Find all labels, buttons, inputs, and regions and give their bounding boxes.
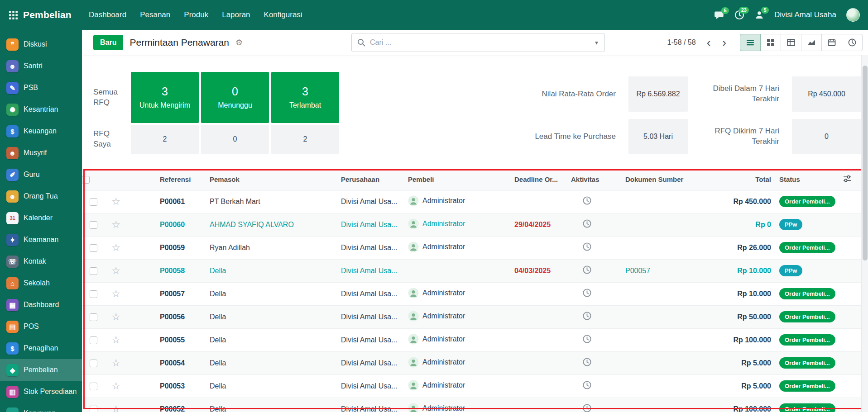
search-input[interactable]: [370, 38, 590, 47]
view-switcher-activity-button[interactable]: [842, 34, 863, 51]
source-document-cell[interactable]: [603, 351, 716, 374]
row-checkbox[interactable]: [90, 221, 97, 229]
view-switcher-list-button[interactable]: [740, 34, 761, 51]
source-document-cell[interactable]: [603, 282, 716, 305]
optional-columns-icon[interactable]: [843, 174, 852, 183]
header-status[interactable]: Status: [775, 169, 843, 190]
row-checkbox[interactable]: [90, 290, 97, 298]
top-menu-konfigurasi[interactable]: Konfigurasi: [257, 0, 309, 30]
sidebar-item-kontak[interactable]: ☏ Kontak: [0, 251, 82, 272]
messages-button[interactable]: 5: [714, 10, 724, 20]
favorite-star-icon[interactable]: ☆: [111, 357, 120, 369]
table-row[interactable]: ☆ P00052 Della Divisi Amal Usa... Admini…: [82, 398, 861, 412]
favorite-star-icon[interactable]: ☆: [111, 311, 120, 322]
sidebar-item-orang-tua[interactable]: ☻ Orang Tua: [0, 185, 82, 207]
header-reference[interactable]: Referensi: [127, 169, 205, 190]
table-row[interactable]: ☆ P00061 PT Berkah Mart Divisi Amal Usa.…: [82, 190, 861, 213]
activity-clock-icon[interactable]: [582, 403, 592, 412]
company-name[interactable]: Divisi Amal Usaha: [774, 10, 836, 19]
view-switcher-graph-button[interactable]: [801, 34, 822, 51]
header-company[interactable]: Perusahaan: [336, 169, 403, 190]
sidebar-item-diskusi[interactable]: ❞ Diskusi: [0, 33, 82, 55]
kpi-card-waiting[interactable]: 0 Menunggu: [201, 72, 269, 123]
activity-clock-icon[interactable]: [582, 265, 592, 275]
table-row[interactable]: ☆ P00055 Della Divisi Amal Usa... Admini…: [82, 328, 861, 351]
activity-clock-icon[interactable]: [582, 288, 592, 298]
pager-previous-button[interactable]: ‹: [702, 37, 715, 48]
table-row[interactable]: ☆ P00053 Della Divisi Amal Usa... Admini…: [82, 374, 861, 398]
top-menu-produk[interactable]: Produk: [177, 0, 215, 30]
view-switcher-kanban-button[interactable]: [760, 34, 781, 51]
table-row[interactable]: ☆ P00057 Della Divisi Amal Usa... Admini…: [82, 282, 861, 305]
favorite-star-icon[interactable]: ☆: [111, 288, 120, 299]
header-activity[interactable]: Aktivitas: [571, 169, 603, 190]
sidebar-item-penagihan[interactable]: $ Penagihan: [0, 337, 82, 359]
activity-clock-icon[interactable]: [582, 380, 592, 390]
requests-button[interactable]: 5: [754, 10, 764, 20]
favorite-star-icon[interactable]: ☆: [111, 219, 120, 230]
favorite-star-icon[interactable]: ☆: [111, 334, 120, 346]
favorite-star-icon[interactable]: ☆: [111, 242, 120, 253]
source-document-cell[interactable]: [603, 328, 716, 351]
vertical-scrollbar[interactable]: [861, 55, 868, 412]
sidebar-item-musyrif[interactable]: ☻ Musyrif: [0, 142, 82, 164]
row-checkbox[interactable]: [90, 313, 97, 321]
activity-clock-icon[interactable]: [582, 311, 592, 321]
sidebar-item-keuangan[interactable]: $ Keuangan: [0, 120, 82, 142]
search-dropdown-caret-icon[interactable]: ▾: [594, 37, 599, 48]
row-checkbox[interactable]: [90, 336, 97, 344]
source-document-cell[interactable]: [603, 213, 716, 236]
table-row[interactable]: ☆ P00054 Della Divisi Amal Usa... Admini…: [82, 351, 861, 374]
sidebar-item-guru[interactable]: ✐ Guru: [0, 164, 82, 185]
my-rfq-waiting[interactable]: 0: [201, 125, 269, 154]
row-checkbox[interactable]: [90, 267, 97, 275]
pager-next-button[interactable]: ›: [718, 37, 731, 48]
sidebar-item-kesantrian[interactable]: ✺ Kesantrian: [0, 99, 82, 120]
favorite-star-icon[interactable]: ☆: [111, 403, 120, 412]
sidebar-item-keamanan[interactable]: ✦ Keamanan: [0, 229, 82, 251]
sidebar-item-kalender[interactable]: 31 Kalender: [0, 207, 82, 229]
source-document-cell[interactable]: [603, 190, 716, 213]
activity-clock-icon[interactable]: [582, 357, 592, 367]
favorite-star-icon[interactable]: ☆: [111, 380, 120, 392]
activity-clock-icon[interactable]: [582, 242, 592, 251]
header-total[interactable]: Total: [716, 169, 775, 190]
row-checkbox[interactable]: [90, 198, 97, 206]
app-title[interactable]: Pembelian: [23, 9, 72, 20]
activity-clock-icon[interactable]: [582, 334, 592, 344]
sidebar-item-santri[interactable]: ☻ Santri: [0, 55, 82, 77]
favorite-star-icon[interactable]: ☆: [111, 196, 120, 207]
view-switcher-calendar-button[interactable]: [821, 34, 842, 51]
sidebar-item-dashboard[interactable]: ▦ Dashboard: [0, 294, 82, 316]
sidebar-item-psb[interactable]: ✎ PSB: [0, 77, 82, 99]
activities-button[interactable]: 23: [734, 10, 744, 20]
apps-grid-icon[interactable]: [9, 11, 18, 19]
table-row[interactable]: ☆ P00059 Ryan Adillah Divisi Amal Usa...…: [82, 236, 861, 259]
row-checkbox[interactable]: [90, 383, 97, 390]
header-deadline[interactable]: Deadline Or...: [510, 169, 571, 190]
sidebar-item-pos[interactable]: ▤ POS: [0, 316, 82, 337]
view-switcher-pivot-button[interactable]: [781, 34, 801, 51]
activity-clock-icon[interactable]: [582, 219, 592, 228]
user-avatar[interactable]: [846, 8, 860, 22]
row-checkbox[interactable]: [90, 360, 97, 367]
source-document-cell[interactable]: [603, 398, 716, 412]
sidebar-item-karyawan[interactable]: ☻ Karyawan: [0, 403, 82, 412]
favorite-star-icon[interactable]: ☆: [111, 265, 120, 276]
row-checkbox[interactable]: [90, 406, 97, 412]
source-document-cell[interactable]: [603, 305, 716, 328]
source-document-cell[interactable]: P00057: [603, 259, 716, 282]
scrollbar-thumb[interactable]: [863, 66, 868, 260]
kpi-card-to-send[interactable]: 3 Untuk Mengirim: [131, 72, 199, 123]
table-row[interactable]: ☆ P00060 AHMAD SYAFIQ ALVARO Divisi Amal…: [82, 213, 861, 236]
my-rfq-late[interactable]: 2: [271, 125, 339, 154]
source-document-cell[interactable]: [603, 374, 716, 398]
table-row[interactable]: ☆ P00056 Della Divisi Amal Usa... Admini…: [82, 305, 861, 328]
sidebar-item-pembelian[interactable]: ◆ Pembelian: [0, 359, 82, 381]
top-menu-laporan[interactable]: Laporan: [215, 0, 257, 30]
top-menu-pesanan[interactable]: Pesanan: [133, 0, 177, 30]
header-buyer[interactable]: Pembeli: [403, 169, 510, 190]
sidebar-item-sekolah[interactable]: ⌂ Sekolah: [0, 272, 82, 294]
view-settings-gear-icon[interactable]: ⚙: [235, 38, 243, 47]
kpi-card-late[interactable]: 3 Terlambat: [271, 72, 339, 123]
